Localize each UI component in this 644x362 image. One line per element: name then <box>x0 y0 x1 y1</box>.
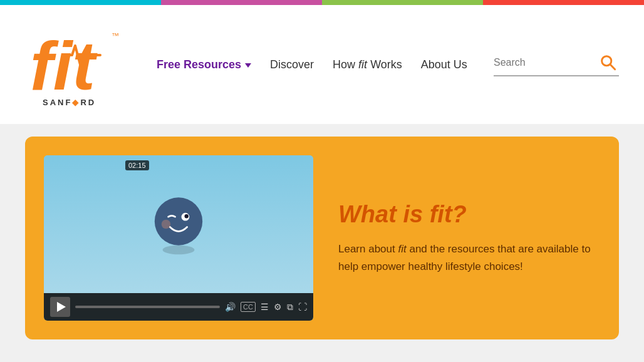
desc-italic: fit <box>398 243 406 255</box>
video-controls: 🔊 CC ☰ ⚙ ⧉ ⛶ <box>44 293 313 321</box>
how-fit-works-prefix: How <box>333 58 358 71</box>
svg-line-4 <box>610 65 615 70</box>
video-player: 02:15 🔊 CC ☰ ⚙ ⧉ ⛶ <box>44 155 313 321</box>
title-prefix: What is <box>338 201 430 227</box>
fullscreen-icon[interactable]: ⛶ <box>298 302 307 312</box>
chevron-down-icon <box>245 63 251 68</box>
nav-how-fit-works[interactable]: How fit Works <box>333 58 402 71</box>
what-is-fit-description: Learn about fit and the resources that a… <box>338 240 600 274</box>
top-bar-red <box>483 0 644 5</box>
video-timestamp: 02:15 <box>125 160 149 170</box>
top-color-bar <box>0 0 644 5</box>
search-container <box>494 53 619 76</box>
logo[interactable]: fit ™ SANF◆RD <box>25 21 125 108</box>
svg-text:™: ™ <box>112 31 119 40</box>
cc-icon[interactable]: CC <box>241 302 256 312</box>
svg-point-9 <box>162 220 171 229</box>
video-screen: 02:15 <box>44 155 313 293</box>
desc-prefix: Learn about <box>338 243 398 255</box>
volume-icon[interactable]: 🔊 <box>225 302 236 312</box>
nav-discover[interactable]: Discover <box>270 58 314 71</box>
control-icons: 🔊 CC ☰ ⚙ ⧉ ⛶ <box>225 302 307 313</box>
svg-point-6 <box>155 197 202 245</box>
svg-point-5 <box>163 246 195 255</box>
search-button[interactable] <box>599 53 616 73</box>
play-icon <box>57 302 66 312</box>
search-icon <box>599 53 616 71</box>
header: fit ™ SANF◆RD Free Resources Discover Ho… <box>0 5 644 124</box>
svg-text:fit: fit <box>30 27 98 104</box>
card-text-content: What is fit? Learn about fit and the res… <box>338 201 600 274</box>
top-bar-green <box>322 0 483 5</box>
how-fit-works-suffix: Works <box>367 58 402 71</box>
title-italic: fit <box>430 201 452 227</box>
fit-logo-svg: fit ™ SANF◆RD <box>25 21 125 108</box>
video-character <box>147 193 210 256</box>
free-resources-label: Free Resources <box>157 58 241 71</box>
title-suffix: ? <box>452 201 467 227</box>
orange-card: 02:15 🔊 CC ☰ ⚙ ⧉ ⛶ <box>25 137 619 339</box>
search-input[interactable] <box>494 57 594 68</box>
top-bar-cyan <box>0 0 161 5</box>
play-button[interactable] <box>50 297 70 317</box>
what-is-fit-title: What is fit? <box>338 201 600 228</box>
svg-text:SANF◆RD: SANF◆RD <box>43 98 96 107</box>
chapters-icon[interactable]: ☰ <box>261 302 269 312</box>
how-fit-works-italic: fit <box>358 58 367 71</box>
progress-bar[interactable] <box>75 306 220 308</box>
main-nav: Free Resources Discover How fit Works Ab… <box>157 58 475 71</box>
nav-about-us[interactable]: About Us <box>421 58 467 71</box>
settings-icon[interactable]: ⚙ <box>274 302 282 312</box>
svg-point-8 <box>185 214 189 218</box>
nav-free-resources[interactable]: Free Resources <box>157 58 251 71</box>
pip-icon[interactable]: ⧉ <box>287 302 293 313</box>
top-bar-pink <box>161 0 322 5</box>
main-content: 02:15 🔊 CC ☰ ⚙ ⧉ ⛶ <box>0 124 644 352</box>
